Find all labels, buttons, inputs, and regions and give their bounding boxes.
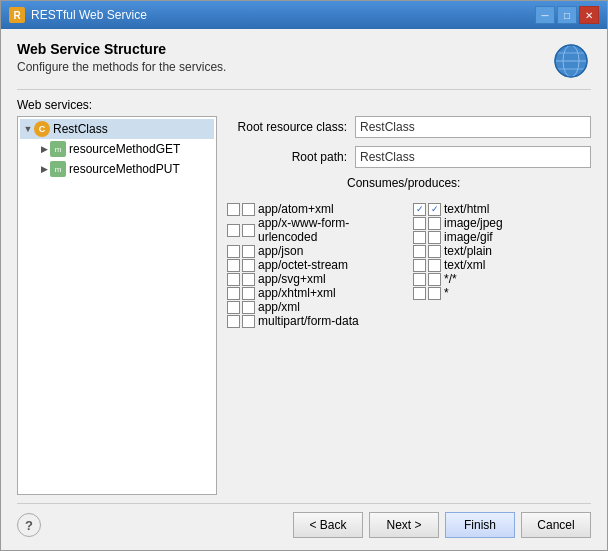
tree-toggle-expand[interactable]: ▼: [22, 123, 34, 135]
checkboxes-right-column: ✓ ✓ text/html image/jpeg: [413, 202, 591, 328]
cb-imagegif-1[interactable]: [413, 231, 426, 244]
cb-pair-atom: [227, 203, 255, 216]
title-controls: ─ □ ✕: [535, 6, 599, 24]
maximize-button[interactable]: □: [557, 6, 577, 24]
cb-xml-2[interactable]: [242, 301, 255, 314]
cb-multipart-1[interactable]: [227, 315, 240, 328]
root-path-input[interactable]: [355, 146, 591, 168]
page-title: Web Service Structure: [17, 41, 226, 57]
cb-xhtml-1[interactable]: [227, 287, 240, 300]
cb-row-xml: app/xml: [227, 300, 405, 314]
cb-texthtml-2[interactable]: ✓: [428, 203, 441, 216]
web-services-label: Web services:: [17, 98, 591, 112]
cb-pair-json: [227, 245, 255, 258]
tree-item-restclass[interactable]: ▼ C RestClass: [20, 119, 214, 139]
help-button[interactable]: ?: [17, 513, 41, 537]
footer: ? < Back Next > Finish Cancel: [17, 503, 591, 542]
footer-buttons: < Back Next > Finish Cancel: [293, 512, 591, 538]
cb-label-wildcardall: */*: [444, 272, 457, 286]
cb-json-2[interactable]: [242, 245, 255, 258]
cb-label-xml: app/xml: [258, 300, 300, 314]
tree-get-label: resourceMethodGET: [69, 142, 180, 156]
cb-label-imagejpeg: image/jpeg: [444, 216, 503, 230]
cb-octet-2[interactable]: [242, 259, 255, 272]
cb-row-atom: app/atom+xml: [227, 202, 405, 216]
cb-form-2[interactable]: [242, 224, 255, 237]
cb-row-multipart: multipart/form-data: [227, 314, 405, 328]
cb-octet-1[interactable]: [227, 259, 240, 272]
cb-pair-textxml: [413, 259, 441, 272]
method-icon-get: m: [50, 141, 66, 157]
cb-texthtml-1[interactable]: ✓: [413, 203, 426, 216]
cb-pair-form: [227, 224, 255, 237]
cb-row-imagejpeg: image/jpeg: [413, 216, 591, 230]
cb-textplain-1[interactable]: [413, 245, 426, 258]
cb-svg-1[interactable]: [227, 273, 240, 286]
method-icon-put: m: [50, 161, 66, 177]
cb-row-wildcard: *: [413, 286, 591, 300]
cb-imagejpeg-2[interactable]: [428, 217, 441, 230]
cb-form-1[interactable]: [227, 224, 240, 237]
cb-label-wildcard: *: [444, 286, 449, 300]
root-path-label: Root path:: [227, 150, 347, 164]
cb-textxml-1[interactable]: [413, 259, 426, 272]
cb-wildcard-1[interactable]: [413, 287, 426, 300]
cb-textplain-2[interactable]: [428, 245, 441, 258]
cb-label-textxml: text/xml: [444, 258, 485, 272]
cb-pair-wildcard-all: [413, 273, 441, 286]
cb-row-textxml: text/xml: [413, 258, 591, 272]
cb-imagegif-2[interactable]: [428, 231, 441, 244]
cb-atom-2[interactable]: [242, 203, 255, 216]
next-button[interactable]: Next >: [369, 512, 439, 538]
close-button[interactable]: ✕: [579, 6, 599, 24]
tree-item-put[interactable]: ▶ m resourceMethodPUT: [36, 159, 214, 179]
tree-children: ▶ m resourceMethodGET ▶ m resourceMethod…: [20, 139, 214, 179]
root-resource-class-input[interactable]: [355, 116, 591, 138]
cb-svg-2[interactable]: [242, 273, 255, 286]
cb-textxml-2[interactable]: [428, 259, 441, 272]
cb-xml-1[interactable]: [227, 301, 240, 314]
cb-row-form: app/x-www-form-urlencoded: [227, 216, 405, 244]
tree-panel[interactable]: ▼ C RestClass ▶ m resourceMethodGET ▶ m: [17, 116, 217, 495]
root-resource-class-label: Root resource class:: [227, 120, 347, 134]
cb-pair-textplain: [413, 245, 441, 258]
cb-row-wildcard-all: */*: [413, 272, 591, 286]
cb-row-imagegif: image/gif: [413, 230, 591, 244]
cb-label-multipart: multipart/form-data: [258, 314, 359, 328]
cb-pair-multipart: [227, 315, 255, 328]
checkboxes-grid: app/atom+xml app/x-www-form-urlencoded: [227, 202, 591, 328]
cb-atom-1[interactable]: [227, 203, 240, 216]
cb-label-atom: app/atom+xml: [258, 202, 334, 216]
tree-root-label: RestClass: [53, 122, 108, 136]
class-icon: C: [34, 121, 50, 137]
cb-imagejpeg-1[interactable]: [413, 217, 426, 230]
window: R RESTful Web Service ─ □ ✕ Web Service …: [0, 0, 608, 551]
page-header-text: Web Service Structure Configure the meth…: [17, 41, 226, 74]
app-icon: R: [9, 7, 25, 23]
right-panel: Root resource class: Root path: Consumes…: [227, 116, 591, 495]
title-bar: R RESTful Web Service ─ □ ✕: [1, 1, 607, 29]
cb-xhtml-2[interactable]: [242, 287, 255, 300]
minimize-button[interactable]: ─: [535, 6, 555, 24]
root-path-row: Root path:: [227, 146, 591, 168]
tree-item-get[interactable]: ▶ m resourceMethodGET: [36, 139, 214, 159]
cb-label-imagegif: image/gif: [444, 230, 493, 244]
cb-json-1[interactable]: [227, 245, 240, 258]
window-title: RESTful Web Service: [31, 8, 147, 22]
cb-label-texthtml: text/html: [444, 202, 489, 216]
cb-pair-imagegif: [413, 231, 441, 244]
cb-multipart-2[interactable]: [242, 315, 255, 328]
page-subtitle: Configure the methods for the services.: [17, 60, 226, 74]
back-button[interactable]: < Back: [293, 512, 363, 538]
cb-wildcard-2[interactable]: [428, 287, 441, 300]
cb-row-octet: app/octet-stream: [227, 258, 405, 272]
cb-pair-octet: [227, 259, 255, 272]
cb-row-xhtml: app/xhtml+xml: [227, 286, 405, 300]
cb-wildcardall-1[interactable]: [413, 273, 426, 286]
cb-pair-svg: [227, 273, 255, 286]
cb-wildcardall-2[interactable]: [428, 273, 441, 286]
cb-label-xhtml: app/xhtml+xml: [258, 286, 336, 300]
finish-button[interactable]: Finish: [445, 512, 515, 538]
cb-label-textplain: text/plain: [444, 244, 492, 258]
cancel-button[interactable]: Cancel: [521, 512, 591, 538]
